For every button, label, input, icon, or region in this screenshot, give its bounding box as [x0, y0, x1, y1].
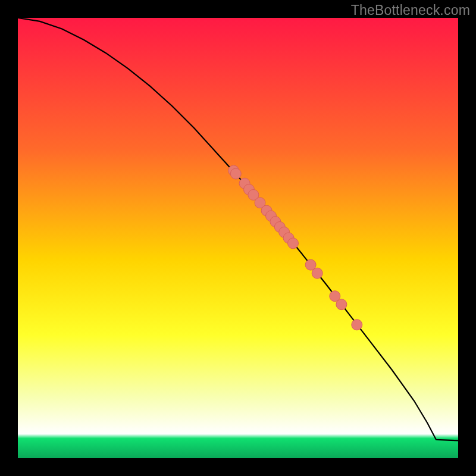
- data-point: [288, 238, 299, 249]
- data-point: [352, 320, 362, 330]
- plot-area: [18, 18, 458, 458]
- gradient-background: [18, 18, 458, 458]
- data-point: [336, 299, 347, 310]
- data-point: [230, 168, 241, 179]
- chart-frame: TheBottleneck.com: [0, 0, 476, 476]
- watermark-text: TheBottleneck.com: [351, 2, 470, 18]
- data-point: [312, 268, 322, 278]
- chart-canvas: [18, 18, 458, 458]
